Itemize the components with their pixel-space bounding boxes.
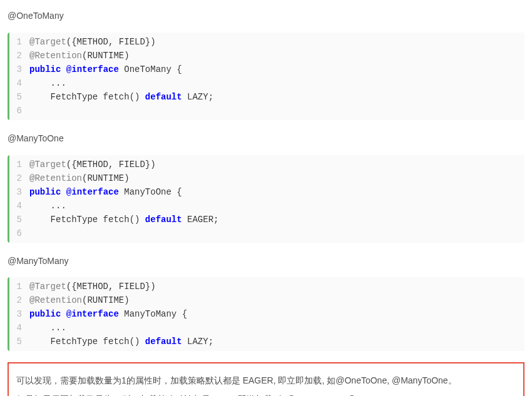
line-number: 6 [16, 226, 22, 240]
line-number: 1 [16, 35, 22, 49]
code-token [61, 64, 66, 74]
line-number: 4 [16, 76, 22, 90]
gutter: 1 2 3 4 5 6 [9, 33, 28, 120]
code-token: default [145, 215, 182, 225]
code-token: public [29, 187, 61, 197]
line-number: 4 [16, 321, 22, 335]
code-token: FetchType fetch() [29, 337, 145, 347]
code-token: ManyToOne { [119, 187, 182, 197]
code-token: ManyToMany { [119, 309, 187, 319]
code-token: (RUNTIME) [82, 295, 130, 305]
code-token: ({METHOD, FIELD}) [66, 282, 156, 292]
line-number: 2 [16, 293, 22, 307]
code-token: @interface [66, 64, 119, 74]
code-token: (RUNTIME) [82, 51, 130, 61]
gutter: 1 2 3 4 5 6 [9, 155, 28, 243]
callout-p2: 但是如果需要加载数量为 n 时，加载策略默认都是 LAZY, 即懒加载, 如@O… [16, 392, 516, 396]
code-token: FetchType fetch() [29, 92, 145, 102]
code-token: ({METHOD, FIELD}) [66, 160, 156, 170]
line-number: 2 [16, 49, 22, 63]
code-token: @Retention [29, 173, 82, 183]
code-token: ({METHOD, FIELD}) [66, 37, 156, 47]
code-token: public [29, 64, 61, 74]
line-number: 1 [16, 158, 22, 171]
line-number: 6 [16, 104, 22, 118]
line-number: 4 [16, 199, 22, 213]
code-token: @Target [29, 37, 66, 47]
code-token: LAZY; [182, 92, 213, 102]
line-number: 3 [16, 307, 22, 321]
code-block-manytoone: 1 2 3 4 5 6 @Target({METHOD, FIELD}) @Re… [8, 155, 524, 243]
code-lines: @Target({METHOD, FIELD}) @Retention(RUNT… [28, 155, 524, 243]
code-token: EAGER; [182, 215, 219, 225]
code-token: @Target [29, 160, 66, 170]
line-number: 5 [16, 335, 22, 348]
code-token: FetchType fetch() [29, 215, 145, 225]
code-token: ... [29, 321, 518, 335]
callout-box: 可以发现，需要加载数量为1的属性时，加载策略默认都是 EAGER, 即立即加载,… [8, 362, 524, 396]
heading-manytomany: @ManyToMany [8, 254, 524, 269]
code-token [61, 187, 66, 197]
code-token: @interface [66, 187, 119, 197]
code-token: ... [29, 76, 518, 90]
code-token: @interface [66, 309, 119, 319]
code-token: @Retention [29, 295, 82, 305]
code-token: OneToMany { [119, 64, 182, 74]
code-block-manytomany: 1 2 3 4 5 @Target({METHOD, FIELD}) @Rete… [8, 277, 524, 351]
line-number: 5 [16, 90, 22, 104]
code-token: default [145, 337, 182, 347]
line-number: 2 [16, 171, 22, 185]
gutter: 1 2 3 4 5 [9, 277, 28, 351]
callout-p1: 可以发现，需要加载数量为1的属性时，加载策略默认都是 EAGER, 即立即加载,… [16, 373, 516, 388]
heading-manytoone: @ManyToOne [8, 131, 524, 146]
code-block-onetomany: 1 2 3 4 5 6 @Target({METHOD, FIELD}) @Re… [8, 33, 524, 120]
code-token: @Target [29, 282, 66, 292]
line-number: 3 [16, 63, 22, 76]
code-lines: @Target({METHOD, FIELD}) @Retention(RUNT… [28, 33, 524, 120]
code-token: default [145, 92, 182, 102]
code-token: public [29, 309, 61, 319]
code-token: @Retention [29, 51, 82, 61]
code-token: ... [29, 199, 518, 213]
line-number: 1 [16, 280, 22, 293]
line-number: 3 [16, 185, 22, 199]
heading-onetomany: @OneToMany [8, 9, 524, 24]
code-token [61, 309, 66, 319]
code-token: (RUNTIME) [82, 173, 130, 183]
code-token: LAZY; [182, 337, 213, 347]
code-lines: @Target({METHOD, FIELD}) @Retention(RUNT… [28, 277, 524, 351]
line-number: 5 [16, 213, 22, 226]
